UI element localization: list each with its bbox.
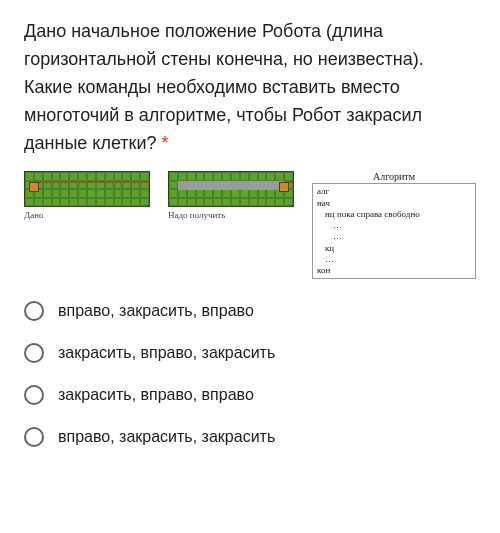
caption-given: Дано (24, 210, 150, 220)
option-label: закрасить, вправо, закрасить (58, 344, 275, 362)
figure-given: Дано (24, 171, 150, 220)
radio-icon (24, 427, 44, 447)
required-asterisk: * (162, 133, 169, 153)
robot-icon (29, 182, 39, 192)
figure-algorithm: Алгоритм алг нач нц пока справа свободно… (312, 171, 476, 279)
radio-icon (24, 343, 44, 363)
wall (34, 181, 149, 183)
option-d[interactable]: вправо, закрасить, закрасить (24, 427, 476, 447)
algo-line: нач (317, 198, 471, 209)
option-label: закрасить, вправо, вправо (58, 386, 254, 404)
algorithm-box: алг нач нц пока справа свободно … … кц …… (312, 183, 476, 279)
option-b[interactable]: закрасить, вправо, закрасить (24, 343, 476, 363)
algorithm-title: Алгоритм (312, 171, 476, 182)
option-label: вправо, закрасить, закрасить (58, 428, 275, 446)
figure-result: Надо получить (168, 171, 294, 220)
option-c[interactable]: закрасить, вправо, вправо (24, 385, 476, 405)
filled-cells (178, 181, 284, 190)
robot-icon (279, 182, 289, 192)
question-body: Дано начальное положение Робота (длина г… (24, 21, 424, 153)
option-label: вправо, закрасить, вправо (58, 302, 254, 320)
figures-row: Дано Надо получить Алгоритм алг нач нц п… (24, 171, 476, 279)
caption-result: Надо получить (168, 210, 294, 220)
algo-line: алг (317, 186, 471, 197)
algo-line: … (317, 220, 471, 231)
radio-icon (24, 385, 44, 405)
grid-given (24, 171, 150, 207)
algo-line: … (317, 254, 471, 265)
algo-line: нц пока справа свободно (317, 209, 471, 220)
grid-result (168, 171, 294, 207)
option-a[interactable]: вправо, закрасить, вправо (24, 301, 476, 321)
algo-line: … (317, 231, 471, 242)
question-text: Дано начальное положение Робота (длина г… (24, 18, 476, 157)
options-group: вправо, закрасить, вправо закрасить, впр… (24, 301, 476, 447)
algo-line: кц (317, 243, 471, 254)
algo-line: кон (317, 265, 471, 276)
radio-icon (24, 301, 44, 321)
